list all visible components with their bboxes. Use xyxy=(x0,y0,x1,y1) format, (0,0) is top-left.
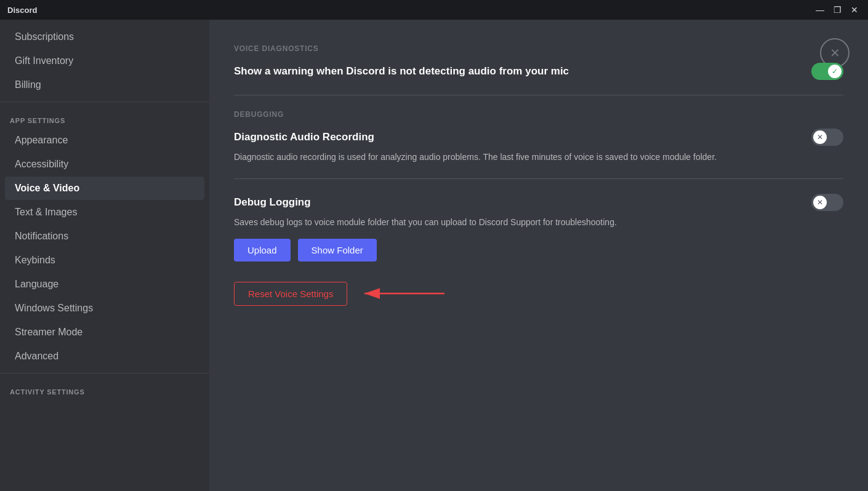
titlebar: Discord — ❐ ✕ xyxy=(0,0,868,20)
debug-logging-desc: Saves debug logs to voice module folder … xyxy=(234,216,739,229)
diagnostic-recording-toggle[interactable]: ✕ xyxy=(811,129,843,146)
sidebar-item-gift-inventory[interactable]: Gift Inventory xyxy=(5,49,204,73)
sidebar-item-voice-video[interactable]: Voice & Video xyxy=(5,177,204,200)
show-folder-button[interactable]: Show Folder xyxy=(298,239,377,261)
diagnostic-recording-desc: Diagnostic audio recording is used for a… xyxy=(234,151,739,164)
sidebar-divider-2 xyxy=(0,373,209,373)
warning-setting-row: Show a warning when Discord is not detec… xyxy=(234,63,843,80)
red-arrow-annotation xyxy=(352,281,451,306)
sidebar-divider xyxy=(0,102,209,102)
sidebar-item-keybinds[interactable]: Keybinds xyxy=(5,249,204,272)
debugging-label: DEBUGGING xyxy=(234,110,843,119)
diagnostic-recording-title: Diagnostic Audio Recording xyxy=(234,131,374,143)
reset-section: Reset Voice Settings xyxy=(234,281,843,306)
app-settings-label: APP SETTINGS xyxy=(0,107,209,128)
divider-1 xyxy=(234,95,843,95)
warning-toggle[interactable]: ✓ xyxy=(811,63,843,80)
warning-setting-title: Show a warning when Discord is not detec… xyxy=(234,65,569,78)
app-title: Discord xyxy=(7,6,814,15)
debug-logging-toggle[interactable]: ✕ xyxy=(811,194,843,211)
debug-buttons-row: Upload Show Folder xyxy=(234,239,843,261)
content-area: ✕ ESC VOICE DIAGNOSTICS Show a warning w… xyxy=(209,20,868,491)
debug-logging-row: Debug Logging ✕ xyxy=(234,194,843,211)
upload-button[interactable]: Upload xyxy=(234,239,291,261)
sidebar-item-accessibility[interactable]: Accessibility xyxy=(5,153,204,176)
sidebar-item-advanced[interactable]: Advanced xyxy=(5,345,204,368)
minimize-button[interactable]: — xyxy=(814,4,826,16)
divider-2 xyxy=(234,178,843,179)
reset-voice-settings-button[interactable]: Reset Voice Settings xyxy=(234,282,347,306)
debug-logging-title: Debug Logging xyxy=(234,196,311,209)
sidebar-item-streamer-mode[interactable]: Streamer Mode xyxy=(5,321,204,344)
maximize-button[interactable]: ❐ xyxy=(831,4,843,16)
esc-icon: ✕ xyxy=(830,46,840,60)
activity-settings-label: ACTIVITY SETTINGS xyxy=(0,378,209,399)
diagnostic-recording-row: Diagnostic Audio Recording ✕ xyxy=(234,129,843,146)
diagnostic-recording-knob: ✕ xyxy=(813,130,827,144)
app-body: Subscriptions Gift Inventory Billing APP… xyxy=(0,20,868,491)
close-button[interactable]: ✕ xyxy=(848,4,861,16)
sidebar-item-windows-settings[interactable]: Windows Settings xyxy=(5,297,204,320)
sidebar-item-subscriptions[interactable]: Subscriptions xyxy=(5,25,204,49)
window-controls: — ❐ ✕ xyxy=(814,4,861,16)
sidebar-item-notifications[interactable]: Notifications xyxy=(5,225,204,248)
debug-logging-knob: ✕ xyxy=(813,196,827,209)
sidebar-item-billing[interactable]: Billing xyxy=(5,73,204,97)
sidebar-item-appearance[interactable]: Appearance xyxy=(5,129,204,152)
sidebar-item-text-images[interactable]: Text & Images xyxy=(5,201,204,224)
sidebar: Subscriptions Gift Inventory Billing APP… xyxy=(0,20,209,491)
sidebar-item-language[interactable]: Language xyxy=(5,273,204,296)
voice-diagnostics-label: VOICE DIAGNOSTICS xyxy=(234,44,843,53)
warning-toggle-knob: ✓ xyxy=(828,65,842,78)
